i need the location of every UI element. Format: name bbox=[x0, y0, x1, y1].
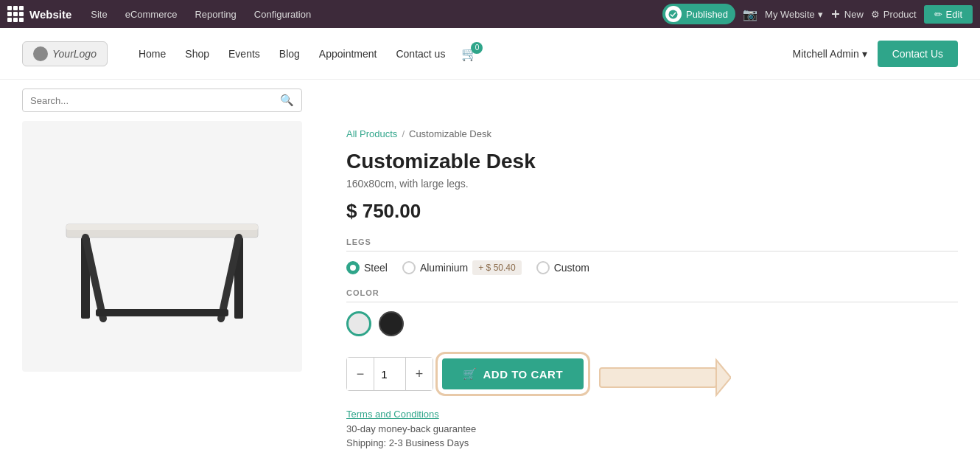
product-image-area bbox=[22, 121, 317, 458]
qty-control: − + bbox=[346, 357, 433, 391]
legs-steel-dot bbox=[350, 265, 356, 271]
published-toggle[interactable]: Published bbox=[662, 4, 735, 24]
product-label: Product bbox=[883, 9, 917, 20]
svg-marker-11 bbox=[716, 360, 731, 395]
legs-choices: Steel Aluminium + $ 50.40 Custom bbox=[346, 260, 958, 275]
top-bar: Website Site eCommerce Reporting Configu… bbox=[0, 0, 980, 28]
check-icon bbox=[668, 10, 678, 19]
legs-steel-radio bbox=[346, 261, 360, 274]
top-bar-brand-area: Website bbox=[7, 6, 71, 22]
top-bar-nav: Site eCommerce Reporting Configuration bbox=[82, 0, 320, 28]
chevron-down-icon: ▾ bbox=[818, 9, 823, 20]
site-nav: Home Shop Events Blog Appointment Contac… bbox=[130, 28, 454, 80]
arrow-pointer-svg bbox=[598, 355, 731, 399]
color-light-swatch[interactable] bbox=[346, 311, 371, 336]
nav-events[interactable]: Events bbox=[220, 28, 269, 80]
cart-badge: 0 bbox=[471, 42, 483, 54]
nav-configuration[interactable]: Configuration bbox=[245, 0, 320, 28]
color-label: COLOR bbox=[346, 288, 958, 302]
legs-aluminium-radio bbox=[402, 261, 416, 274]
shipping-text: Shipping: 2-3 Business Days bbox=[346, 437, 958, 448]
guarantee-text: 30-day money-back guarantee bbox=[346, 423, 958, 434]
nav-ecommerce[interactable]: eCommerce bbox=[116, 0, 186, 28]
nav-home[interactable]: Home bbox=[130, 28, 175, 80]
nav-contact[interactable]: Contact us bbox=[387, 28, 454, 80]
cart-action-area: − + 🛒 ADD TO CART bbox=[346, 350, 958, 404]
svg-point-0 bbox=[669, 10, 678, 18]
cart-area[interactable]: 🛒 0 bbox=[461, 46, 477, 62]
legs-aluminium-option[interactable]: Aluminium + $ 50.40 bbox=[402, 260, 522, 275]
legs-label: LEGS bbox=[346, 237, 958, 251]
brand-label[interactable]: Website bbox=[29, 8, 71, 21]
search-box: 🔍 bbox=[22, 89, 302, 112]
my-website-label: My Website bbox=[765, 9, 815, 20]
nav-appointment[interactable]: Appointment bbox=[310, 28, 386, 80]
new-label: New bbox=[844, 9, 864, 20]
toggle-dot bbox=[665, 6, 682, 22]
qty-decrease-button[interactable]: − bbox=[347, 358, 374, 390]
search-bar-area: 🔍 bbox=[0, 80, 980, 121]
product-btn[interactable]: ⚙ Product bbox=[871, 9, 917, 20]
pencil-icon: ✏ bbox=[934, 9, 942, 20]
nav-blog[interactable]: Blog bbox=[270, 28, 309, 80]
published-label: Published bbox=[686, 9, 728, 20]
add-to-cart-label: ADD TO CART bbox=[483, 368, 564, 381]
qty-increase-button[interactable]: + bbox=[406, 358, 433, 390]
logo-text: YourLogo bbox=[52, 48, 97, 60]
user-chevron: ▾ bbox=[862, 48, 867, 60]
user-name: Mitchell Admin bbox=[792, 48, 858, 60]
logo-area: YourLogo bbox=[22, 41, 108, 66]
legs-custom-radio bbox=[536, 261, 550, 274]
color-dark-swatch[interactable] bbox=[379, 311, 404, 336]
mobile-icon[interactable]: 📷 bbox=[743, 7, 757, 21]
legs-aluminium-label: Aluminium bbox=[420, 262, 468, 274]
gear-icon: ⚙ bbox=[871, 9, 880, 20]
user-dropdown[interactable]: Mitchell Admin ▾ bbox=[792, 48, 867, 60]
logo-box[interactable]: YourLogo bbox=[22, 41, 108, 66]
logo-circle bbox=[33, 46, 48, 61]
qty-input[interactable] bbox=[374, 358, 406, 390]
legs-steel-option[interactable]: Steel bbox=[346, 261, 388, 274]
terms-area: Terms and Conditions 30-day money-back g… bbox=[346, 407, 958, 448]
product-title: Customizable Desk bbox=[346, 150, 958, 173]
site-header: YourLogo Home Shop Events Blog Appointme… bbox=[0, 28, 980, 80]
contact-us-button[interactable]: Contact Us bbox=[878, 41, 958, 67]
terms-link[interactable]: Terms and Conditions bbox=[346, 409, 439, 420]
svg-rect-9 bbox=[96, 309, 228, 316]
nav-site[interactable]: Site bbox=[82, 0, 116, 28]
my-website-btn[interactable]: My Website ▾ bbox=[765, 9, 823, 20]
color-option-section: COLOR bbox=[346, 288, 958, 336]
breadcrumb-separator: / bbox=[402, 128, 405, 139]
product-price: $ 750.00 bbox=[346, 200, 958, 223]
new-btn[interactable]: New bbox=[830, 9, 864, 20]
breadcrumb: All Products / Customizable Desk bbox=[346, 128, 958, 139]
legs-steel-label: Steel bbox=[364, 262, 388, 274]
main-content: All Products / Customizable Desk Customi… bbox=[0, 121, 980, 458]
product-image-svg bbox=[44, 143, 280, 350]
legs-custom-option[interactable]: Custom bbox=[536, 261, 589, 274]
cart-icon-btn: 🛒 bbox=[463, 367, 477, 381]
svg-rect-10 bbox=[600, 368, 716, 387]
nav-reporting[interactable]: Reporting bbox=[186, 0, 245, 28]
product-image-box bbox=[22, 121, 302, 372]
breadcrumb-current: Customizable Desk bbox=[409, 128, 491, 139]
product-subtitle: 160x80cm, with large legs. bbox=[346, 178, 958, 190]
edit-btn[interactable]: ✏ Edit bbox=[924, 5, 973, 24]
apps-icon[interactable] bbox=[7, 6, 24, 22]
search-icon: 🔍 bbox=[280, 94, 294, 107]
search-input[interactable] bbox=[30, 95, 274, 106]
add-to-cart-button[interactable]: 🛒 ADD TO CART bbox=[442, 358, 584, 389]
svg-rect-4 bbox=[66, 224, 258, 230]
color-choices bbox=[346, 311, 958, 336]
legs-option-section: LEGS Steel Aluminium + $ 50.40 Custom bbox=[346, 237, 958, 275]
top-bar-right: Published 📷 My Website ▾ New ⚙ Product ✏… bbox=[662, 4, 973, 24]
nav-shop[interactable]: Shop bbox=[176, 28, 218, 80]
product-details: All Products / Customizable Desk Customi… bbox=[346, 121, 958, 458]
breadcrumb-all-products[interactable]: All Products bbox=[346, 128, 397, 139]
aluminium-price-badge: + $ 50.40 bbox=[472, 260, 521, 275]
cart-section: − + 🛒 ADD TO CART bbox=[346, 357, 584, 391]
site-header-right: Mitchell Admin ▾ Contact Us bbox=[792, 41, 958, 67]
edit-label: Edit bbox=[946, 9, 962, 20]
plus-icon bbox=[830, 9, 841, 19]
legs-custom-label: Custom bbox=[554, 262, 589, 274]
